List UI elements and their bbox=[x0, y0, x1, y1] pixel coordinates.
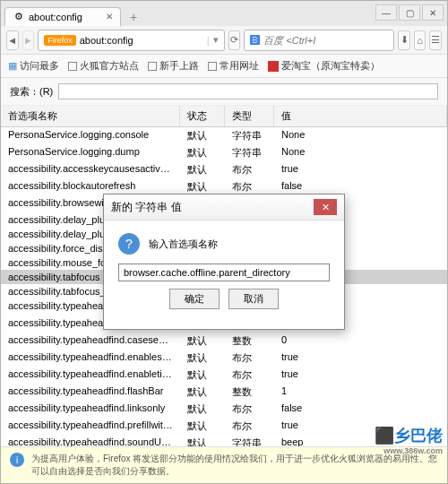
bookmark-most-visited[interactable]: ▦访问最多 bbox=[8, 59, 59, 73]
close-window-button[interactable]: ✕ bbox=[422, 4, 444, 21]
bookmarks-bar: ▦访问最多 火狐官方站点 新手上路 常用网址 淘爱淘宝（原淘宝特卖） bbox=[1, 55, 447, 78]
table-row[interactable]: accessibility.typeaheadfind.enabletimeou… bbox=[1, 367, 447, 384]
home-button[interactable]: ⌂ bbox=[414, 30, 426, 50]
bookmark-official[interactable]: 火狐官方站点 bbox=[68, 59, 139, 73]
ok-button[interactable]: 确定 bbox=[169, 289, 220, 309]
minimize-button[interactable]: — bbox=[375, 4, 397, 21]
pref-search-row: 搜索：(R) bbox=[1, 78, 447, 106]
footer-text: 为提高用户体验，Firefox 将发送部分功能的使用情况给我们，用于进一步优化火… bbox=[31, 453, 438, 478]
table-row[interactable]: accessibility.typeaheadfind.casesensitiv… bbox=[1, 333, 447, 350]
reload-button[interactable]: ⟳ bbox=[228, 30, 241, 50]
new-string-dialog: 新的 字符串 值 ✕ ? 输入首选项名称 确定 取消 bbox=[103, 194, 345, 330]
table-row[interactable]: accessibility.accesskeycausesactivation默… bbox=[1, 161, 447, 178]
menu-button[interactable]: ☰ bbox=[429, 30, 442, 50]
dialog-title: 新的 字符串 值 bbox=[111, 200, 182, 215]
search-input[interactable] bbox=[263, 35, 388, 46]
question-icon: ? bbox=[118, 233, 140, 255]
window-controls: — ▢ ✕ bbox=[375, 4, 444, 21]
search-label: 搜索：(R) bbox=[10, 85, 53, 99]
pref-search-input[interactable] bbox=[58, 83, 438, 99]
table-row[interactable]: PersonaService.logging.dump默认字符串None bbox=[1, 144, 447, 161]
bookmark-newbie[interactable]: 新手上路 bbox=[148, 59, 199, 73]
info-icon: i bbox=[10, 453, 24, 467]
nav-toolbar: ◄ ► Firefox | ▾ ⟳ 🅱 ⬇ ⌂ ☰ bbox=[1, 26, 447, 55]
maximize-button[interactable]: ▢ bbox=[399, 4, 420, 21]
dialog-prompt: 输入首选项名称 bbox=[149, 238, 218, 251]
watermark: ⬛乡巴佬 www.386w.com bbox=[375, 425, 443, 455]
firefox-badge-icon: Firefox bbox=[44, 35, 76, 46]
table-header: 首选项名称 状态 类型 值 bbox=[1, 106, 447, 127]
dialog-close-button[interactable]: ✕ bbox=[314, 199, 337, 215]
tab-title: about:config bbox=[29, 12, 82, 22]
tab-aboutconfig[interactable]: ⚙ about:config ✕ bbox=[4, 7, 121, 26]
search-engine-icon: 🅱 bbox=[250, 35, 260, 46]
downloads-button[interactable]: ⬇ bbox=[398, 30, 410, 50]
col-name[interactable]: 首选项名称 bbox=[1, 106, 180, 126]
url-input[interactable] bbox=[80, 35, 203, 46]
bookmark-common[interactable]: 常用网址 bbox=[208, 59, 259, 73]
dialog-input[interactable] bbox=[118, 264, 330, 281]
forward-button[interactable]: ► bbox=[22, 30, 35, 50]
new-tab-button[interactable]: + bbox=[125, 8, 142, 26]
url-bar[interactable]: Firefox | ▾ bbox=[38, 30, 224, 51]
dropdown-icon[interactable]: ▾ bbox=[213, 34, 219, 46]
table-row[interactable]: PersonaService.logging.console默认字符串None bbox=[1, 127, 447, 144]
search-bar[interactable]: 🅱 bbox=[244, 30, 394, 51]
col-status[interactable]: 状态 bbox=[180, 106, 225, 126]
back-button[interactable]: ◄ bbox=[6, 30, 19, 50]
table-row[interactable]: accessibility.typeaheadfind.linksonly默认布… bbox=[1, 401, 447, 418]
table-row[interactable]: accessibility.typeaheadfind.flashBar默认整数… bbox=[1, 384, 447, 401]
dialog-titlebar: 新的 字符串 值 ✕ bbox=[104, 194, 344, 220]
bookmark-taobao[interactable]: 淘爱淘宝（原淘宝特卖） bbox=[268, 59, 380, 73]
close-tab-icon[interactable]: ✕ bbox=[106, 12, 113, 22]
tab-favicon: ⚙ bbox=[14, 11, 23, 22]
tab-bar: ⚙ about:config ✕ + — ▢ ✕ bbox=[1, 1, 447, 26]
col-value[interactable]: 值 bbox=[274, 106, 447, 126]
table-row[interactable]: accessibility.typeaheadfind.enablesound默… bbox=[1, 350, 447, 367]
cancel-button[interactable]: 取消 bbox=[228, 289, 279, 309]
col-type[interactable]: 类型 bbox=[225, 106, 274, 126]
taobao-icon: 淘 bbox=[268, 61, 279, 72]
